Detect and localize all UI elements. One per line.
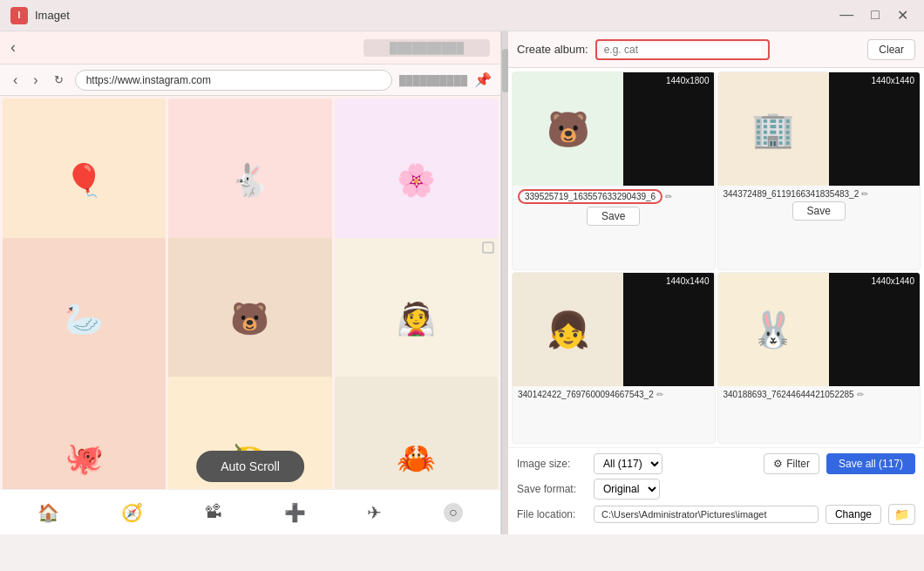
reels-icon[interactable]: 📽 [205,502,222,522]
create-album-label: Create album: [517,43,588,56]
change-button[interactable]: Change [825,505,881,524]
save-format-row: Save format: Original [517,479,915,500]
card-dark-area-2 [829,72,920,186]
profile-icon[interactable]: ○ [444,503,463,522]
card-image-area-1: 🐻 1440x1800 [513,72,715,186]
filter-icon: ⚙ [773,458,783,470]
card-thumbnail-1: 🐻 [513,72,623,186]
image-dims-1: 1440x1800 [666,76,710,85]
image-size-row: Image size: All (117) ⚙ Filter Save all … [517,453,915,474]
bottom-controls: Image size: All (117) ⚙ Filter Save all … [508,447,924,534]
file-location-label: File location: [517,508,587,520]
card-bottom-2: 344372489_6119166341835483_2 ✏ Save [718,186,921,224]
filename-text-2: 344372489_6119166341835483_2 [724,189,859,199]
file-location-row: File location: Change 📁 [517,504,915,525]
image-card-1: 🐻 1440x1800 339525719_163557633290439_6 … [512,71,716,270]
image-card-3: 👧 1440x1440 340142422_7697600094667543_2… [512,272,716,444]
save-button-2[interactable]: Save [792,201,846,221]
card-image-area-2: 🏢 1440x1440 [718,72,921,186]
filename-row-3: 340142422_7697600094667543_2 ✏ [518,390,710,399]
image-dims-2: 1440x1440 [872,76,915,85]
filename-text-4: 340188693_76244644421052285 [724,390,854,399]
home-icon[interactable]: 🏠 [37,502,59,523]
filter-label: Filter [786,458,810,470]
app-title: Imaget [35,9,70,22]
scrollbar-divider[interactable] [501,31,508,534]
profile-name: ██████████ [363,39,490,57]
image-dims-3: 1440x1440 [666,276,710,286]
save-button-1[interactable]: Save [587,207,640,226]
save-format-select[interactable]: Original [594,479,660,500]
image-card-2: 🏢 1440x1440 344372489_6119166341835483_2… [717,71,921,270]
left-panel: ‹ ██████████ ‹ › ↻ ██████████ 📌 🎈 🐇 🌸 🦢 … [0,31,501,534]
clear-button[interactable]: Clear [867,39,915,60]
close-button[interactable]: ✕ [892,5,914,25]
card-thumbnail-2: 🏢 [718,72,829,186]
image-card-4: 🐰 1440x1440 340188693_76244644421052285 … [717,272,921,444]
filename-text-3: 340142422_7697600094667543_2 [518,390,654,399]
auto-scroll-button[interactable]: Auto Scroll [196,451,304,482]
card-dark-area-1 [623,72,714,186]
image-dims-4: 1440x1440 [872,276,915,286]
filename-row-4: 340188693_76244644421052285 ✏ [724,390,915,399]
feed-top-bar: ‹ ██████████ [0,31,500,65]
card-bottom-3: 340142422_7697600094667543_2 ✏ [513,386,715,403]
filename-row-1: 339525719_163557633290439_6 ✏ [518,189,710,204]
album-input-wrapper [595,39,770,60]
forward-nav-button[interactable]: › [29,71,42,90]
card-image-area-4: 🐰 1440x1440 [718,273,921,386]
card-image-area-3: 👧 1440x1440 [513,273,715,386]
card-thumbnail-4: 🐰 [718,273,829,386]
app-icon: I [10,7,28,24]
card-bottom-4: 340188693_76244644421052285 ✏ [718,386,921,403]
back-nav-button[interactable]: ‹ [9,71,22,90]
filename-row-2: 344372489_6119166341835483_2 ✏ [724,189,915,199]
file-location-input[interactable] [594,506,819,523]
right-panel: Create album: Clear 🐻 1440x1800 33952571… [508,31,924,534]
edit-icon-1[interactable]: ✏ [665,192,672,201]
title-bar: I Imaget — □ ✕ [0,0,924,31]
edit-icon-4[interactable]: ✏ [857,390,864,399]
messages-icon[interactable]: ✈ [367,502,382,523]
title-bar-left: I Imaget [10,7,70,24]
folder-button[interactable]: 📁 [888,504,915,525]
card-thumbnail-3: 👧 [513,273,623,386]
maximize-button[interactable]: □ [866,5,885,25]
save-all-button[interactable]: Save all (117) [826,453,915,474]
back-button[interactable]: ‹ [10,38,16,57]
feed-bottom-nav: 🏠 🧭 📽 ➕ ✈ ○ [0,489,500,534]
filter-button[interactable]: ⚙ Filter [764,453,819,474]
image-size-select[interactable]: All (117) [594,453,662,474]
url-bar[interactable] [75,70,392,91]
card-dark-area-3 [623,273,714,386]
window-controls[interactable]: — □ ✕ [834,5,914,25]
browser-bar: ‹ › ↻ ██████████ 📌 [0,65,500,96]
minimize-button[interactable]: — [834,5,859,25]
main-content: ‹ ██████████ ‹ › ↻ ██████████ 📌 🎈 🐇 🌸 🦢 … [0,31,924,534]
images-grid: 🐻 1440x1800 339525719_163557633290439_6 … [508,68,924,447]
edit-icon-3[interactable]: ✏ [656,390,663,399]
create-album-bar: Create album: Clear [508,31,924,68]
save-format-label: Save format: [517,483,587,495]
image-size-label: Image size: [517,458,587,470]
explore-icon[interactable]: 🧭 [121,502,143,523]
card-bottom-1: 339525719_163557633290439_6 ✏ Save [513,186,715,229]
extension-button[interactable]: 📌 [474,71,492,88]
album-input[interactable] [604,44,761,56]
filename-text-1: 339525719_163557633290439_6 [518,189,662,204]
new-post-icon[interactable]: ➕ [284,502,306,523]
edit-icon-2[interactable]: ✏ [861,189,868,199]
card-dark-area-4 [829,273,920,386]
refresh-button[interactable]: ↻ [50,71,68,88]
